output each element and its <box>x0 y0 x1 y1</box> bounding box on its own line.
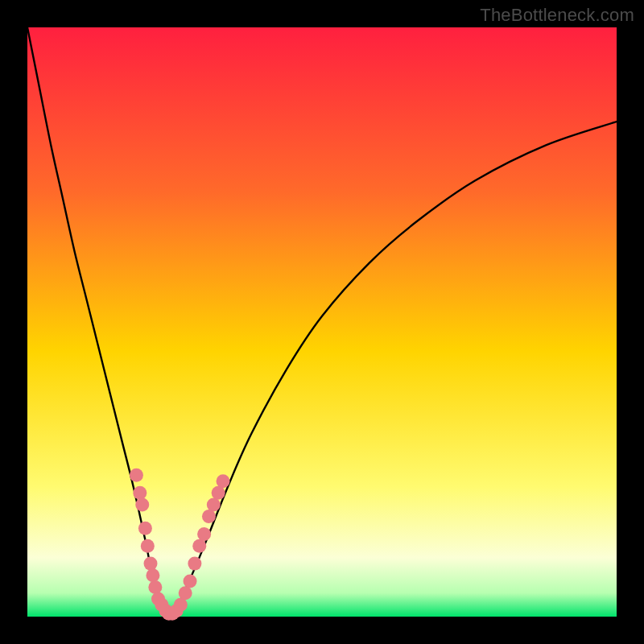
sample-dot <box>207 497 221 511</box>
sample-dot <box>202 510 216 523</box>
sample-dot <box>179 586 192 600</box>
sample-dot <box>130 469 143 482</box>
bottleneck-curve <box>27 27 617 617</box>
chart-svg <box>27 27 617 617</box>
sample-dot <box>212 486 225 500</box>
sample-dot <box>148 580 162 594</box>
sample-dot <box>184 575 197 588</box>
sample-dot <box>188 557 201 571</box>
sample-dot <box>133 486 147 500</box>
sample-dot <box>143 557 157 571</box>
plot-area <box>27 27 617 617</box>
sample-dot <box>135 497 149 511</box>
sample-dots <box>130 469 230 621</box>
sample-dot <box>217 474 230 488</box>
watermark-text: TheBottleneck.com <box>480 5 634 26</box>
sample-dot <box>192 539 206 553</box>
chart-frame: TheBottleneck.com <box>0 0 644 644</box>
sample-dot <box>197 527 211 541</box>
sample-dot <box>146 568 159 582</box>
sample-dot <box>174 598 188 612</box>
sample-dot <box>138 522 152 535</box>
sample-dot <box>141 539 155 553</box>
